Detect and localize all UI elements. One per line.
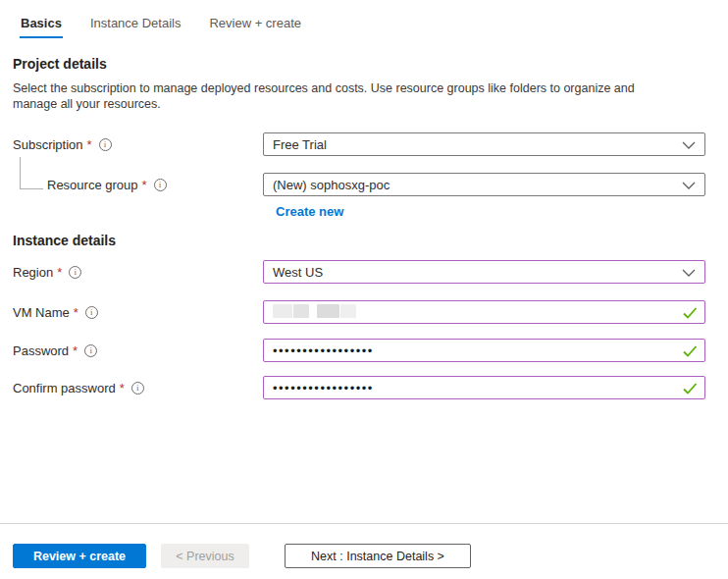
instance-details-title: Instance details <box>13 233 728 248</box>
subscription-value: Free Trial <box>273 137 327 152</box>
field-row-resource-group: Resource group * (New) sophosxg-poc <box>0 173 728 196</box>
tab-bar: Basics Instance Details Review + create <box>0 0 728 38</box>
create-new-row: Create new <box>276 202 728 218</box>
valid-check-icon <box>683 345 698 357</box>
confirm-password-masked-value: ••••••••••••••••• <box>273 381 374 395</box>
region-label: Region <box>13 265 53 280</box>
field-row-vm-name: VM Name * <box>0 300 728 324</box>
password-label: Password <box>13 343 69 358</box>
previous-button[interactable]: < Previous <box>161 544 249 568</box>
vm-name-control <box>263 300 705 324</box>
subscription-label: Subscription <box>13 137 83 152</box>
tab-instance-details[interactable]: Instance Details <box>89 16 182 38</box>
info-icon[interactable] <box>85 306 98 319</box>
vm-name-label: VM Name <box>13 305 70 320</box>
resource-group-control: (New) sophosxg-poc <box>263 173 705 196</box>
required-marker: * <box>142 178 147 192</box>
confirm-password-label: Confirm password <box>13 381 116 395</box>
tab-basics[interactable]: Basics <box>20 16 63 38</box>
valid-check-icon <box>683 383 698 395</box>
chevron-down-icon <box>682 141 696 149</box>
required-marker: * <box>120 381 125 395</box>
confirm-password-label-cell: Confirm password * <box>13 381 263 395</box>
redacted-value <box>273 304 356 321</box>
project-details-description: Select the subscription to manage deploy… <box>13 80 672 112</box>
footer-buttons: Review + create < Previous Next : Instan… <box>0 524 728 568</box>
info-icon[interactable] <box>99 138 112 151</box>
field-row-subscription: Subscription * Free Trial <box>0 132 728 156</box>
required-marker: * <box>73 343 78 358</box>
region-value: West US <box>273 265 323 280</box>
create-new-link[interactable]: Create new <box>276 204 343 219</box>
field-row-region: Region * West US <box>0 260 728 284</box>
vm-name-label-cell: VM Name * <box>13 305 263 320</box>
region-control: West US <box>263 260 705 284</box>
create-vm-basics-page: Basics Instance Details Review + create … <box>0 0 728 579</box>
vm-name-input[interactable] <box>263 300 705 324</box>
info-icon[interactable] <box>131 382 144 395</box>
info-icon[interactable] <box>84 344 97 357</box>
password-label-cell: Password * <box>13 343 263 358</box>
confirm-password-control: ••••••••••••••••• <box>263 376 705 399</box>
region-dropdown[interactable]: West US <box>263 260 705 284</box>
wizard-footer: Review + create < Previous Next : Instan… <box>0 523 728 579</box>
resource-group-dropdown[interactable]: (New) sophosxg-poc <box>263 173 705 196</box>
required-marker: * <box>87 137 92 152</box>
field-row-confirm-password: Confirm password * ••••••••••••••••• <box>0 376 728 399</box>
required-marker: * <box>74 305 78 320</box>
info-icon[interactable] <box>69 266 81 279</box>
next-instance-details-button[interactable]: Next : Instance Details > <box>285 544 471 568</box>
resource-group-value: (New) sophosxg-poc <box>273 178 390 192</box>
info-icon[interactable] <box>154 179 167 191</box>
password-masked-value: ••••••••••••••••• <box>273 343 374 358</box>
review-create-button[interactable]: Review + create <box>13 544 146 568</box>
password-control: ••••••••••••••••• <box>263 339 705 362</box>
resource-group-label-cell: Resource group * <box>13 178 263 192</box>
chevron-down-icon <box>682 182 696 189</box>
resource-group-label: Resource group <box>47 178 138 192</box>
subscription-control: Free Trial <box>263 132 705 156</box>
tree-connector-line <box>20 157 43 189</box>
required-marker: * <box>57 265 62 280</box>
valid-check-icon <box>683 307 698 319</box>
confirm-password-input[interactable]: ••••••••••••••••• <box>263 376 705 399</box>
chevron-down-icon <box>682 269 696 277</box>
region-label-cell: Region * <box>13 265 263 280</box>
tab-review-create[interactable]: Review + create <box>208 16 302 38</box>
basics-form: Subscription * Free Trial Resource group… <box>0 132 728 399</box>
password-input[interactable]: ••••••••••••••••• <box>263 339 705 362</box>
subscription-dropdown[interactable]: Free Trial <box>263 132 705 156</box>
project-details-title: Project details <box>13 56 728 72</box>
subscription-label-cell: Subscription * <box>13 137 263 152</box>
field-row-password: Password * ••••••••••••••••• <box>0 339 728 362</box>
